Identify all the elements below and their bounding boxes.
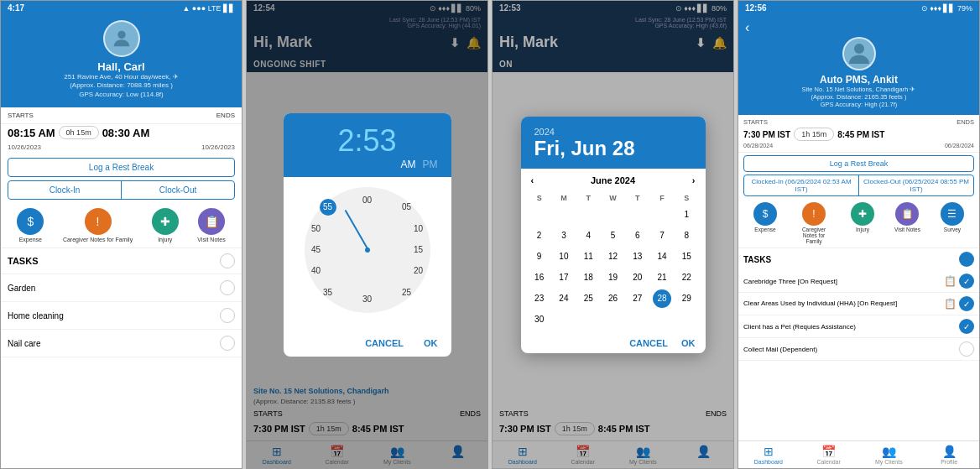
clock-num-55[interactable]: 55 <box>320 199 336 216</box>
expense-icon-1: $ <box>17 208 44 235</box>
cal-day-8[interactable]: 8 <box>677 227 696 245</box>
task-check-2[interactable]: ✓ <box>959 319 974 334</box>
clock-row-1: Clock-In Clock-Out <box>8 180 235 200</box>
task-collect-mail-4: Collect Mail (Dependent) <box>738 338 979 361</box>
status-bar-4: 12:56 ⊙ ♦♦♦ ▋▋ 79% <box>738 1 979 15</box>
caregiver-notes-action-4[interactable]: ! Caregiver Notes for Family <box>797 202 831 244</box>
shift-labels-1: STARTS ENDS <box>1 107 242 124</box>
rest-break-btn-4[interactable]: Log a Rest Break <box>743 155 974 172</box>
time-picker-card-2: 2:53 AM PM 00 05 10 15 20 <box>284 113 451 357</box>
clock-num-45[interactable]: 45 <box>308 242 325 258</box>
status-time-4: 12:56 <box>745 3 767 13</box>
cal-day-5[interactable]: 5 <box>603 227 622 245</box>
back-btn-4[interactable]: ‹ <box>745 20 972 35</box>
clock-num-40[interactable]: 40 <box>308 263 325 279</box>
svg-point-0 <box>117 31 125 39</box>
caregiver-notes-action-1[interactable]: ! Caregiver Notes for Family <box>63 208 133 242</box>
visit-notes-action-4[interactable]: 📋 Visit Notes <box>894 202 920 244</box>
expense-action-4[interactable]: $ Expense <box>753 202 777 244</box>
task-check-garden[interactable] <box>220 280 235 295</box>
injury-action-1[interactable]: ✚ Injury <box>152 208 179 242</box>
avatar-1 <box>103 20 140 57</box>
clock-num-35[interactable]: 35 <box>320 284 336 301</box>
person-icon-1 <box>110 27 133 50</box>
cal-day-22[interactable]: 22 <box>677 268 696 287</box>
nav-dashboard-4[interactable]: ⊞ Dashboard <box>738 441 799 468</box>
clock-num-25[interactable]: 25 <box>399 284 415 301</box>
prev-month-btn-3[interactable]: ‹ <box>531 175 534 185</box>
cal-day-27[interactable]: 27 <box>628 289 647 308</box>
s1-header: Hall, Carl 251 Ravine Ave, 40 Hour day/w… <box>1 15 242 107</box>
shift-times-1: 08:15 AM 0h 15m 08:30 AM <box>1 124 242 143</box>
cal-day-28[interactable]: 28 <box>653 289 671 308</box>
status-bar-1: 4:17 ▲ ●●● LTE ▋▋ <box>1 1 242 15</box>
clocked-in-btn-4[interactable]: Clocked-In (06/26/2024 02:53 AM IST) <box>744 175 859 195</box>
s4-tasks-header: TASKS <box>738 248 979 270</box>
nav-clients-4[interactable]: 👥 My Clients <box>859 441 920 468</box>
rest-break-btn-1[interactable]: Log a Rest Break <box>8 158 235 177</box>
cal-day-9[interactable]: 9 <box>530 248 549 266</box>
task-check-0[interactable]: ✓ <box>959 274 974 289</box>
cal-day-11[interactable]: 11 <box>579 248 597 266</box>
clock-num-00[interactable]: 00 <box>359 192 376 209</box>
profile-icon-4: 👤 <box>942 445 957 458</box>
cal-day-3[interactable]: 3 <box>555 227 573 245</box>
clocked-out-btn-4[interactable]: Clocked-Out (06/25/2024 08:55 PM IST) <box>859 175 973 195</box>
ok-btn-2[interactable]: OK <box>420 336 441 350</box>
cal-day-14[interactable]: 14 <box>653 248 671 266</box>
s4-shift-info: STARTS ENDS 7:30 PM IST 1h 15m 8:45 PM I… <box>738 115 979 153</box>
task-check-home-cleaning[interactable] <box>220 308 235 323</box>
cal-day-16[interactable]: 16 <box>530 268 549 287</box>
cancel-btn-2[interactable]: CANCEL <box>362 336 407 350</box>
clock-num-10[interactable]: 10 <box>410 221 427 237</box>
cal-day-17[interactable]: 17 <box>555 268 573 287</box>
cal-day-12[interactable]: 12 <box>603 248 622 266</box>
cal-day-24[interactable]: 24 <box>555 289 573 308</box>
ok-btn-3[interactable]: OK <box>681 338 696 348</box>
cal-day-15[interactable]: 15 <box>677 248 696 266</box>
clock-num-30[interactable]: 30 <box>359 291 376 308</box>
screen-3: 12:53 ⊙ ♦♦♦ ▋▋ 80% Last Sync: 28 June (1… <box>492 0 734 469</box>
cal-day-6[interactable]: 6 <box>628 227 647 245</box>
next-month-btn-3[interactable]: › <box>692 175 696 185</box>
clock-num-15[interactable]: 15 <box>410 242 427 258</box>
cal-day-2[interactable]: 2 <box>530 227 549 245</box>
cal-day-13[interactable]: 13 <box>628 248 647 266</box>
task-check-nail-care[interactable] <box>220 336 235 351</box>
am-label-2[interactable]: AM <box>401 159 416 170</box>
nav-profile-4[interactable]: 👤 Profile <box>919 441 979 468</box>
survey-action-4[interactable]: ☰ Survey <box>941 202 964 244</box>
pm-label-2[interactable]: PM <box>423 159 438 170</box>
cal-day-1[interactable]: 1 <box>677 206 696 224</box>
cal-day-26[interactable]: 26 <box>603 289 622 308</box>
nav-calendar-4[interactable]: 📅 Calendar <box>799 441 859 468</box>
task-check-3[interactable] <box>959 341 974 357</box>
cal-day-29[interactable]: 29 <box>677 289 696 308</box>
cal-day-18[interactable]: 18 <box>579 268 597 287</box>
person-icon-4 <box>844 39 874 69</box>
cal-day-21[interactable]: 21 <box>653 268 671 287</box>
shift-dates-1: 10/26/2023 10/26/2023 <box>1 143 242 154</box>
cancel-btn-3[interactable]: CANCEL <box>629 338 668 348</box>
injury-action-4[interactable]: ✚ Injury <box>851 202 874 244</box>
caregiver-notes-icon-1: ! <box>85 208 112 235</box>
task-check-1[interactable]: ✓ <box>959 296 974 311</box>
visit-notes-action-1[interactable]: 📋 Visit Notes <box>197 208 225 242</box>
expense-action-1[interactable]: $ Expense <box>17 208 44 242</box>
cal-day-25[interactable]: 25 <box>579 289 597 308</box>
cal-day-19[interactable]: 19 <box>603 268 622 287</box>
cal-day-23[interactable]: 23 <box>530 289 549 308</box>
cal-day-20[interactable]: 20 <box>628 268 647 287</box>
cal-day-7[interactable]: 7 <box>653 227 671 245</box>
cal-day-10[interactable]: 10 <box>555 248 573 266</box>
date-picker-actions-3: CANCEL OK <box>521 333 706 353</box>
tasks-icon-4 <box>959 252 974 267</box>
site-name-4: Site No. 15 Net Solutions, Chandigarh ✈ <box>745 86 972 93</box>
clock-in-btn-1[interactable]: Clock-In <box>8 181 122 199</box>
clock-num-05[interactable]: 05 <box>399 199 415 216</box>
clock-num-20[interactable]: 20 <box>410 263 427 279</box>
cal-day-30[interactable]: 30 <box>530 310 549 329</box>
clock-num-50[interactable]: 50 <box>308 221 325 237</box>
cal-day-4[interactable]: 4 <box>579 227 597 245</box>
clock-out-btn-1[interactable]: Clock-Out <box>122 181 234 199</box>
